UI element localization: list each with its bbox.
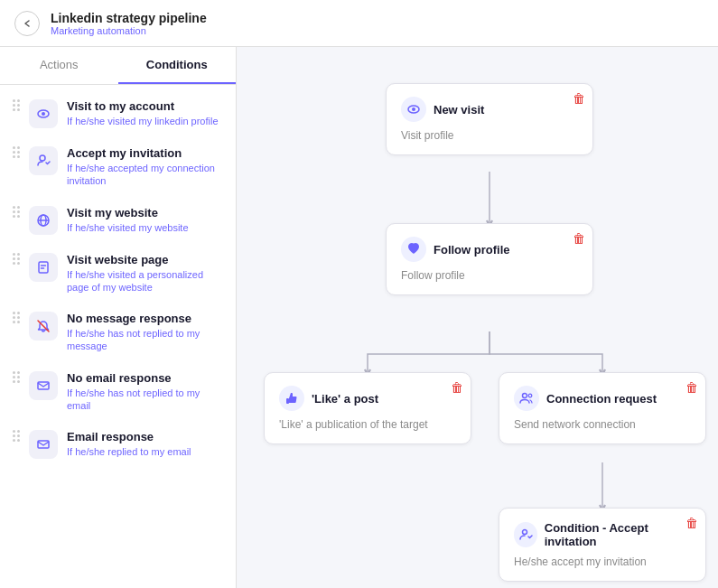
node-header: New visit [401, 97, 578, 122]
condition-accept-icon [514, 522, 537, 547]
header: Linkedin strategy pipeline Marketing aut… [0, 0, 718, 47]
svg-point-11 [412, 107, 415, 111]
sidebar-list: Visit to my account If he/she visited my… [0, 85, 236, 588]
condition-accept-body: He/she accept my invitation [514, 555, 691, 568]
connection-request-title: Connection request [546, 392, 657, 406]
delete-follow-profile-button[interactable]: 🗑 [573, 231, 585, 246]
item-label: Accept my invitation [67, 146, 223, 160]
person-check-icon [29, 146, 58, 175]
tab-conditions[interactable]: Conditions [118, 47, 237, 84]
drag-handle [13, 371, 20, 383]
drag-handle [13, 146, 20, 158]
drag-handle [13, 312, 20, 323]
drag-handle [13, 253, 20, 265]
node-condition-accept[interactable]: 🗑 Condition - Accept invitation He/she a… [499, 508, 706, 582]
doc-icon [29, 253, 58, 282]
drag-handle [13, 206, 20, 218]
item-label: Visit website page [67, 253, 223, 266]
node-connection-request[interactable]: 🗑 Connection request Send network connec… [499, 372, 706, 444]
thumbsup-node-icon [279, 386, 304, 411]
svg-rect-6 [38, 382, 49, 389]
connection-request-body: Send network connection [514, 418, 691, 431]
item-label: Visit my website [67, 206, 223, 219]
delete-condition-accept-button[interactable]: 🗑 [685, 516, 698, 530]
sidebar-item-email-response[interactable]: Email response If he/she replied to my e… [0, 421, 236, 468]
sidebar-item-visit-website-page[interactable]: Visit website page If he/she visited a p… [0, 244, 236, 303]
item-label: No email response [67, 371, 223, 385]
eye-icon [29, 99, 58, 128]
item-text: No email response If he/she has not repl… [67, 371, 223, 413]
eye-node-icon [401, 97, 426, 122]
page-subtitle: Marketing automation [51, 25, 207, 36]
canvas: 🗑 New visit Visit profile 🗑 Follow profi… [237, 47, 718, 588]
condition-accept-title: Condition - Accept invitation [545, 521, 691, 548]
delete-new-visit-button[interactable]: 🗑 [573, 91, 585, 106]
delete-like-post-button[interactable]: 🗑 [451, 380, 463, 395]
item-label: Visit to my account [67, 99, 223, 113]
sidebar-item-accept-invitation[interactable]: Accept my invitation If he/she accepted … [0, 137, 236, 197]
svg-point-2 [40, 155, 45, 161]
tab-actions[interactable]: Actions [0, 47, 118, 84]
item-text: No message response If he/she has not re… [67, 312, 223, 353]
new-visit-body: Visit profile [401, 129, 578, 142]
item-desc: If he/she has not replied to my email [67, 387, 223, 413]
globe-icon [29, 206, 58, 235]
item-desc: If he/she replied to my email [67, 445, 223, 458]
svg-point-1 [42, 112, 45, 116]
like-post-title: 'Like' a post [312, 392, 378, 406]
node-header: 'Like' a post [279, 386, 456, 411]
svg-rect-5 [39, 262, 48, 273]
svg-point-13 [523, 394, 527, 398]
sidebar-item-visit-account[interactable]: Visit to my account If he/she visited my… [0, 90, 236, 137]
back-button[interactable] [14, 11, 40, 36]
item-text: Visit my website If he/she visited my we… [67, 206, 223, 234]
like-post-body: 'Like' a publication of the target [279, 418, 456, 431]
tab-bar: Actions Conditions [0, 47, 236, 85]
item-desc: If he/she visited my linkedin profile [67, 115, 223, 127]
node-header: Connection request [514, 386, 691, 411]
node-follow-profile[interactable]: 🗑 Follow profile Follow profile [386, 223, 593, 295]
drag-handle [13, 430, 20, 442]
main-layout: Actions Conditions Visit to my account I… [0, 47, 718, 588]
item-text: Email response If he/she replied to my e… [67, 430, 223, 458]
item-desc: If he/she has not replied to my message [67, 327, 223, 353]
item-desc: If he/she visited my website [67, 221, 223, 234]
item-label: Email response [67, 430, 223, 443]
drag-handle [13, 99, 20, 111]
item-text: Accept my invitation If he/she accepted … [67, 146, 223, 188]
node-header: Follow profile [401, 237, 578, 262]
heart-node-icon [401, 237, 426, 262]
item-text: Visit website page If he/she visited a p… [67, 253, 223, 294]
svg-rect-7 [38, 441, 49, 448]
sidebar-item-no-message-response[interactable]: No message response If he/she has not re… [0, 303, 236, 362]
node-header: Condition - Accept invitation [514, 521, 691, 548]
sidebar: Actions Conditions Visit to my account I… [0, 47, 237, 588]
sidebar-item-visit-website[interactable]: Visit my website If he/she visited my we… [0, 197, 236, 244]
page-title: Linkedin strategy pipeline [51, 11, 207, 25]
item-text: Visit to my account If he/she visited my… [67, 99, 223, 127]
item-label: No message response [67, 312, 223, 325]
node-like-post[interactable]: 🗑 'Like' a post 'Like' a publication of … [264, 372, 471, 444]
item-desc: If he/she accepted my connection invitat… [67, 162, 223, 188]
canvas-inner: 🗑 New visit Visit profile 🗑 Follow profi… [255, 65, 706, 588]
people-node-icon [514, 386, 539, 411]
svg-point-15 [522, 530, 527, 535]
svg-point-14 [528, 394, 532, 397]
envelope-icon [29, 371, 58, 400]
delete-connection-request-button[interactable]: 🗑 [685, 380, 698, 395]
follow-profile-title: Follow profile [434, 243, 510, 257]
svg-rect-12 [286, 398, 289, 404]
new-visit-title: New visit [434, 103, 484, 117]
item-desc: If he/she visited a personalized page of… [67, 268, 223, 294]
node-new-visit[interactable]: 🗑 New visit Visit profile [386, 83, 593, 155]
envelope-check-icon [29, 430, 58, 459]
follow-profile-body: Follow profile [401, 269, 578, 282]
bell-off-icon [29, 312, 58, 341]
sidebar-item-no-email-response[interactable]: No email response If he/she has not repl… [0, 362, 236, 422]
header-info: Linkedin strategy pipeline Marketing aut… [51, 11, 207, 36]
